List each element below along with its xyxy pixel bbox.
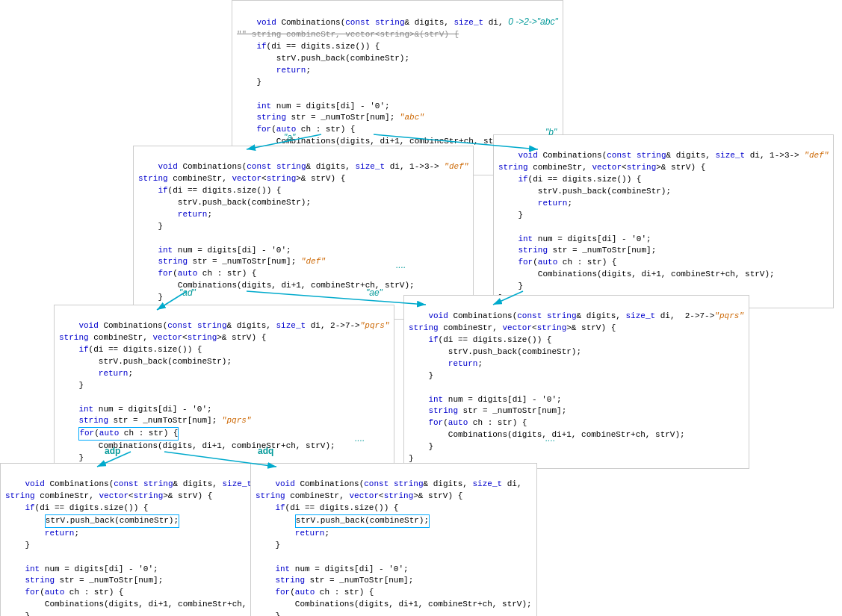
label-ad: "ad" bbox=[179, 287, 196, 298]
box-final-left: void Combinations(const string& digits, … bbox=[0, 463, 287, 616]
label-b: "b" bbox=[545, 127, 557, 137]
label-ae: "ae" bbox=[366, 287, 383, 298]
box-mid-right: void Combinations(const string& digits, … bbox=[493, 134, 834, 308]
main-canvas: void Combinations(const string& digits, … bbox=[0, 0, 842, 616]
ellipsis-1: .... bbox=[396, 260, 406, 270]
ellipsis-3: .... bbox=[545, 433, 555, 444]
label-a: "a" bbox=[284, 132, 295, 143]
box-bottom-center: void Combinations(const string& digits, … bbox=[403, 295, 749, 469]
label-adp: adp bbox=[105, 446, 120, 456]
ellipsis-2: .... bbox=[355, 433, 365, 444]
label-adq: adq bbox=[258, 446, 273, 456]
box-final-right: void Combinations(const string& digits, … bbox=[250, 463, 537, 616]
